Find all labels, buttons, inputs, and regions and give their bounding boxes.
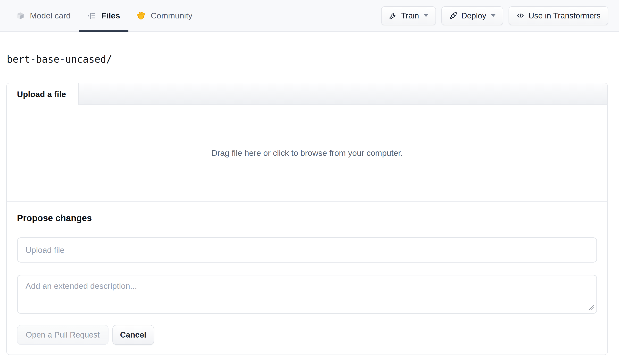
breadcrumb[interactable]: bert-base-uncased/: [7, 54, 619, 65]
train-button[interactable]: Train: [381, 6, 436, 25]
code-icon: [516, 12, 525, 20]
propose-actions-row: Open a Pull Request Cancel: [17, 325, 597, 345]
files-list-icon: [87, 11, 96, 20]
use-in-transformers-button[interactable]: Use in Transformers: [508, 6, 608, 25]
dropzone-hint-text: Drag file here or click to browse from y…: [211, 148, 403, 158]
upload-tab-label: Upload a file: [17, 90, 66, 99]
tab-model-card[interactable]: Model card: [8, 0, 79, 31]
tab-label: Model card: [30, 11, 71, 20]
cube-icon: [16, 11, 25, 20]
tab-label: Community: [151, 11, 193, 20]
extended-description-textarea[interactable]: [17, 275, 597, 314]
tab-community[interactable]: Community: [128, 0, 201, 31]
upload-card: Upload a file Drag file here or click to…: [6, 83, 608, 355]
upload-card-tab-strip: Upload a file: [7, 83, 607, 105]
propose-changes-heading: Propose changes: [17, 213, 597, 223]
description-field-row: [17, 275, 597, 314]
repo-nav: Model card Files: [0, 0, 619, 32]
cancel-button[interactable]: Cancel: [113, 325, 154, 345]
train-button-label: Train: [401, 11, 419, 20]
tab-upload-a-file[interactable]: Upload a file: [7, 83, 79, 105]
repo-tab-bar: Model card Files: [8, 0, 201, 31]
deploy-button[interactable]: Deploy: [441, 6, 503, 25]
waving-hand-icon: [137, 11, 145, 20]
upload-filename-input[interactable]: [17, 237, 597, 263]
open-pull-request-button[interactable]: Open a Pull Request: [17, 325, 109, 345]
tab-files[interactable]: Files: [79, 0, 128, 31]
upload-filename-field-row: [17, 237, 597, 263]
chevron-down-icon: [424, 14, 428, 17]
file-dropzone[interactable]: Drag file here or click to browse from y…: [7, 105, 607, 202]
active-tab-underline: [79, 30, 128, 32]
wrench-icon: [389, 12, 397, 20]
tab-label: Files: [101, 11, 120, 20]
propose-changes-section: Propose changes Open a Pull Request Canc…: [7, 202, 607, 354]
chevron-down-icon: [491, 14, 495, 17]
deploy-button-label: Deploy: [461, 11, 486, 20]
rocket-icon: [449, 12, 457, 20]
use-in-transformers-label: Use in Transformers: [528, 11, 601, 20]
repo-action-buttons: Train Deploy Use in Transformers: [381, 6, 608, 25]
